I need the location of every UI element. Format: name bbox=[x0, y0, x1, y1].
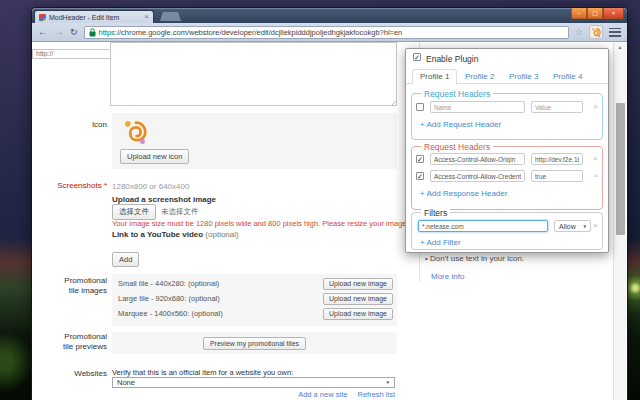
refresh-list-link[interactable]: Refresh list bbox=[357, 390, 395, 399]
add-request-header-link[interactable]: + Add Request Header bbox=[420, 120, 501, 129]
scrollbar-thumb[interactable] bbox=[616, 103, 625, 235]
tab-profile-2[interactable]: Profile 2 bbox=[458, 70, 501, 84]
icon-upload-panel: Upload new icon bbox=[112, 113, 397, 169]
response-header-value-input[interactable] bbox=[531, 153, 583, 165]
add-filter-link[interactable]: + Add Filter bbox=[420, 238, 461, 247]
upload-screenshot-heading: Upload a screenshot image bbox=[112, 195, 216, 204]
choose-file-button[interactable]: 选择文件 bbox=[112, 204, 156, 220]
modheader-popup: ✓ Enable Plugin Profile 1 Profile 2 Prof… bbox=[405, 48, 609, 253]
filter-row: Allow ▼ × bbox=[416, 220, 598, 232]
page-scrollbar[interactable]: ▲ bbox=[613, 42, 626, 400]
response-header-name-input[interactable] bbox=[430, 153, 525, 165]
filters-fieldset: Filters Allow ▼ × + Add Filter bbox=[411, 212, 603, 250]
tab-close-icon[interactable]: × bbox=[144, 13, 149, 21]
add-video-button[interactable]: Add bbox=[112, 252, 139, 267]
select-caret-icon: ▼ bbox=[583, 224, 587, 229]
request-header-checkbox[interactable] bbox=[416, 103, 424, 111]
window-controls: – ▢ × bbox=[571, 8, 624, 19]
tab-profile-4[interactable]: Profile 4 bbox=[546, 70, 589, 84]
request-headers-legend: Request Headers bbox=[421, 89, 493, 99]
filter-action-value: Allow bbox=[559, 223, 576, 230]
large-tile-row: Large tile - 920x680: (optional) Upload … bbox=[118, 292, 393, 305]
description-textarea[interactable] bbox=[110, 42, 397, 106]
website-verify-text: Verify that this is an official item for… bbox=[112, 368, 293, 377]
response-header-checkbox[interactable]: ✓ bbox=[416, 172, 424, 180]
response-header-name-input[interactable] bbox=[430, 170, 525, 182]
response-headers-legend: Request Headers bbox=[421, 142, 493, 152]
request-header-name-input[interactable] bbox=[430, 101, 525, 113]
enable-plugin-label: Enable Plugin bbox=[426, 54, 478, 64]
modheader-extension-icon[interactable] bbox=[589, 25, 603, 39]
upload-marquee-tile-button[interactable]: Upload new image bbox=[323, 308, 393, 320]
icon-guideline-bullet: • Don't use text in your icon. bbox=[425, 254, 524, 263]
marquee-tile-text: Marquee - 1400x560: (optional) bbox=[118, 309, 323, 318]
new-tab-button[interactable] bbox=[160, 12, 181, 21]
upload-small-tile-button[interactable]: Upload new image bbox=[323, 278, 393, 290]
tab-profile-3[interactable]: Profile 3 bbox=[502, 70, 545, 84]
scrollbar-up-icon[interactable]: ▲ bbox=[614, 43, 626, 52]
website-links: Add a new site Refresh list bbox=[112, 390, 395, 399]
request-header-value-input[interactable] bbox=[531, 101, 583, 113]
small-tile-text: Small tile - 440x280: (optional) bbox=[118, 279, 323, 288]
website-select[interactable]: None ▼ bbox=[112, 377, 395, 388]
promo-tiles-panel: Small tile - 440x280: (optional) Upload … bbox=[112, 274, 397, 326]
extension-icon-preview bbox=[122, 118, 150, 146]
small-tile-row: Small tile - 440x280: (optional) Upload … bbox=[118, 277, 393, 290]
response-header-checkbox[interactable]: ✓ bbox=[416, 155, 424, 163]
response-header-row: ✓ × bbox=[416, 170, 598, 182]
minimize-button[interactable]: – bbox=[571, 8, 587, 19]
more-info-link[interactable]: More info bbox=[431, 272, 464, 281]
profile-tabs: Profile 1 Profile 2 Profile 3 Profile 4 bbox=[406, 68, 608, 84]
add-new-site-link[interactable]: Add a new site bbox=[298, 390, 347, 399]
maximize-button[interactable]: ▢ bbox=[587, 8, 603, 19]
websites-label: Websites bbox=[32, 369, 107, 379]
reload-icon[interactable]: ↻ bbox=[70, 27, 78, 37]
website-selected-value: None bbox=[117, 378, 386, 387]
promo-previews-label: Promotional tile previews bbox=[32, 332, 107, 353]
remove-filter-icon[interactable]: × bbox=[593, 222, 598, 230]
enable-plugin-checkbox[interactable]: ✓ bbox=[413, 53, 421, 61]
upload-new-icon-button[interactable]: Upload new icon bbox=[120, 149, 189, 164]
request-header-row: × bbox=[416, 101, 598, 113]
screenshot-size-hint: 1280x800 or 640x400 bbox=[112, 182, 189, 191]
youtube-link-heading: Link to a YouTube video (optional) bbox=[112, 230, 239, 239]
close-button[interactable]: × bbox=[603, 8, 624, 19]
request-headers-fieldset: Request Headers × + Add Request Header bbox=[411, 93, 603, 140]
filter-pattern-input[interactable] bbox=[418, 220, 548, 232]
bookmark-star-icon[interactable]: ☆ bbox=[575, 27, 583, 37]
add-response-header-link[interactable]: + Add Response Header bbox=[420, 189, 507, 198]
promo-tiles-label: Promotional tile images bbox=[32, 276, 107, 297]
response-headers-fieldset: Request Headers ✓ × ✓ × + Add Response H… bbox=[411, 146, 603, 210]
screenshot-error-text: Your image size must be 1280 pixels wide… bbox=[112, 219, 409, 228]
screenshots-label: Screenshots * bbox=[32, 181, 107, 191]
browser-toolbar: ← → ↻ https://chrome.google.com/webstore… bbox=[32, 23, 627, 42]
marquee-tile-row: Marquee - 1400x560: (optional) Upload ne… bbox=[118, 307, 393, 320]
padlock-icon bbox=[89, 28, 96, 37]
url-bar[interactable]: https://chrome.google.com/webstore/devel… bbox=[84, 26, 569, 39]
modheader-spiral-icon bbox=[591, 27, 602, 38]
no-file-chosen-text: 未选择文件 bbox=[161, 207, 199, 217]
select-caret-icon: ▼ bbox=[386, 380, 390, 385]
url-text: https://chrome.google.com/webstore/devel… bbox=[99, 28, 403, 37]
icon-label: Icon bbox=[32, 120, 107, 130]
filters-legend: Filters bbox=[421, 208, 450, 218]
tab-favicon-icon bbox=[39, 14, 46, 21]
response-header-row: ✓ × bbox=[416, 153, 598, 165]
filter-action-select[interactable]: Allow ▼ bbox=[554, 220, 591, 232]
enable-plugin-row: ✓ Enable Plugin bbox=[413, 53, 533, 63]
remove-row-icon[interactable]: × bbox=[593, 172, 598, 180]
chrome-menu-icon[interactable] bbox=[609, 28, 621, 37]
file-input-row: 选择文件 未选择文件 bbox=[112, 204, 199, 220]
browser-tab[interactable]: ModHeader - Edit Item × bbox=[34, 10, 154, 23]
tab-title: ModHeader - Edit Item bbox=[49, 14, 141, 21]
upload-large-tile-button[interactable]: Upload new image bbox=[323, 293, 393, 305]
remove-row-icon[interactable]: × bbox=[593, 103, 598, 111]
remove-row-icon[interactable]: × bbox=[593, 155, 598, 163]
preview-promo-tiles-button[interactable]: Preview my promotional tiles bbox=[203, 337, 306, 350]
titlebar: ModHeader - Edit Item × – ▢ × bbox=[32, 8, 627, 23]
back-icon[interactable]: ← bbox=[38, 27, 48, 37]
response-header-value-input[interactable] bbox=[531, 170, 583, 182]
tab-profile-1[interactable]: Profile 1 bbox=[412, 69, 457, 85]
forward-icon[interactable]: → bbox=[54, 27, 64, 37]
large-tile-text: Large tile - 920x680: (optional) bbox=[118, 294, 323, 303]
